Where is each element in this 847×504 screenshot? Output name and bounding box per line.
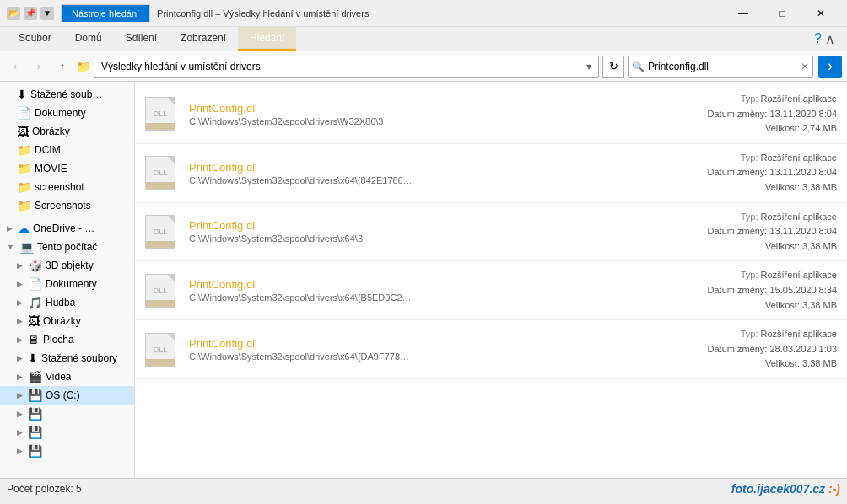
sidebar-label: Videa <box>46 371 71 383</box>
maximize-button[interactable]: □ <box>763 0 801 27</box>
ribbon: Soubor Domů Sdílení Zobrazení Hledání ? … <box>0 27 847 51</box>
file-path: C:\Windows\System32\spool\drivers\x64\{B… <box>189 292 698 303</box>
sidebar-label: DCIM <box>35 144 61 156</box>
sidebar-label: Dokumenty <box>35 107 86 119</box>
file-item[interactable]: DLL PrintConfig.dll C:\Windows\System32\… <box>135 320 847 379</box>
window-title: Printconfig.dll – Výsledky hledání v umí… <box>150 8 724 19</box>
doc-icon: 📄 <box>17 106 31 120</box>
file-list: DLL PrintConfig.dll C:\Windows\System32\… <box>135 82 847 478</box>
sidebar-item-hudba[interactable]: ▶ 🎵 Hudba <box>0 293 134 312</box>
tab-hledani[interactable]: Hledání <box>238 27 296 51</box>
file-type: Typ: Rozšíření aplikace <box>708 151 837 166</box>
tab-soubor[interactable]: Soubor <box>7 27 63 51</box>
download-icon: ⬇ <box>17 88 27 101</box>
file-name: PrintConfig.dll <box>189 102 698 115</box>
file-size: Velikost: 3,38 MB <box>708 180 837 196</box>
sidebar-item-drive1[interactable]: ▶ 💾 <box>0 405 134 423</box>
sidebar-item-dcim[interactable]: 📁 DCIM <box>0 141 134 159</box>
expand-icon: ▶ <box>17 298 23 307</box>
item-count: Počet položek: 5 <box>7 483 82 495</box>
sidebar-item-onedrive[interactable]: ▶ ☁ OneDrive - … <box>0 219 134 238</box>
quick-access-icon[interactable]: 📂 <box>7 7 20 20</box>
drive-icon: 💾 <box>28 407 42 421</box>
video-icon: 🎬 <box>28 370 42 383</box>
sidebar-item-videa[interactable]: ▶ 🎬 Videa <box>0 367 134 386</box>
file-item[interactable]: DLL PrintConfig.dll C:\Windows\System32\… <box>135 144 847 203</box>
tab-domu[interactable]: Domů <box>63 27 114 51</box>
file-size: Velikost: 3,38 MB <box>708 239 837 255</box>
close-button[interactable]: ✕ <box>801 0 840 27</box>
back-button[interactable]: ‹ <box>5 56 25 77</box>
search-tools-tab[interactable]: Nástroje hledání <box>61 4 150 22</box>
search-go-button[interactable]: › <box>818 56 842 78</box>
refresh-button[interactable]: ↻ <box>602 56 624 78</box>
arrow-icon[interactable]: ▼ <box>40 7 54 20</box>
title-bar: 📂 📌 ▼ Nástroje hledání Printconfig.dll –… <box>0 0 847 27</box>
tab-zobrazeni[interactable]: Zobrazení <box>169 27 238 51</box>
cube-icon: 🎲 <box>28 259 42 272</box>
sidebar-label: OneDrive - … <box>33 223 94 234</box>
address-path-box[interactable]: Výsledky hledání v umístění drivers ▾ <box>94 56 599 78</box>
sidebar-item-3d-objekty[interactable]: ▶ 🎲 3D objekty <box>0 256 134 275</box>
file-name: PrintConfig.dll <box>189 278 698 291</box>
file-icon-img: DLL <box>145 156 175 190</box>
file-icon: DLL <box>145 215 179 249</box>
file-name: PrintConfig.dll <box>189 161 698 174</box>
sidebar-item-stazene-soubory[interactable]: ⬇ Stažené soub… <box>0 85 134 104</box>
file-date: Datum změny: 13.11.2020 8:04 <box>708 165 837 180</box>
sidebar-item-plocha[interactable]: ▶ 🖥 Plocha <box>0 330 134 349</box>
music-icon: 🎵 <box>28 296 42 309</box>
expand-ribbon-icon[interactable]: ∧ <box>825 31 835 47</box>
address-dropdown-icon[interactable]: ▾ <box>586 61 591 72</box>
desktop-icon: 🖥 <box>28 333 40 346</box>
sidebar-item-dokumenty[interactable]: 📄 Dokumenty <box>0 104 134 122</box>
file-icon-img: DLL <box>145 215 175 249</box>
path-icon: 📁 <box>76 60 90 73</box>
watermark: foto.ijacek007.cz :-) <box>731 482 840 496</box>
minimize-button[interactable]: — <box>724 0 763 27</box>
sidebar-item-tento-pocitac[interactable]: ▼ 💻 Tento počítač <box>0 238 134 256</box>
file-item[interactable]: DLL PrintConfig.dll C:\Windows\System32\… <box>135 261 847 320</box>
expand-icon: ▶ <box>17 391 23 399</box>
sidebar-label: Plocha <box>43 334 74 346</box>
drive-icon: 💾 <box>28 389 42 402</box>
expand-icon: ▶ <box>17 428 23 437</box>
expand-icon: ▼ <box>7 243 14 251</box>
sidebar-item-obrazky[interactable]: 🖼 Obrázky <box>0 122 134 141</box>
file-item[interactable]: DLL PrintConfig.dll C:\Windows\System32\… <box>135 85 847 144</box>
expand-icon: ▶ <box>17 354 23 362</box>
up-button[interactable]: ↑ <box>52 56 73 77</box>
file-meta: Typ: Rozšíření aplikace Datum změny: 13.… <box>708 92 837 137</box>
file-icon: DLL <box>145 156 179 190</box>
tab-sdileni[interactable]: Sdílení <box>114 27 169 51</box>
sidebar-item-drive2[interactable]: ▶ 💾 <box>0 423 134 442</box>
file-item[interactable]: DLL PrintConfig.dll C:\Windows\System32\… <box>135 203 847 262</box>
file-date: Datum změny: 13.11.2020 8:04 <box>708 224 837 239</box>
sidebar-item-screenshot[interactable]: 📁 screenshot <box>0 178 134 196</box>
folder-icon: 📁 <box>17 180 31 194</box>
sidebar-item-obrazky2[interactable]: ▶ 🖼 Obrázky <box>0 312 134 330</box>
file-type: Typ: Rozšíření aplikace <box>708 210 837 225</box>
download-icon: ⬇ <box>28 351 38 365</box>
drive-icon: 💾 <box>28 444 42 458</box>
file-meta: Typ: Rozšíření aplikace Datum změny: 13.… <box>708 210 837 255</box>
search-input[interactable] <box>648 61 801 72</box>
file-path: C:\Windows\System32\spool\drivers\W32X86… <box>189 116 698 126</box>
sidebar-item-os-c[interactable]: ▶ 💾 OS (C:) <box>0 386 134 405</box>
sidebar-item-dokumenty2[interactable]: ▶ 📄 Dokumenty <box>0 275 134 293</box>
sidebar-divider <box>0 217 134 217</box>
file-size: Velikost: 3,38 MB <box>708 298 837 314</box>
file-meta: Typ: Rozšíření aplikace Datum změny: 28.… <box>708 327 837 372</box>
sidebar-item-stazene-soubory2[interactable]: ▶ ⬇ Stažené soubory <box>0 349 134 367</box>
folder-icon: 📁 <box>17 143 31 157</box>
search-clear-icon[interactable]: ✕ <box>801 61 809 72</box>
sidebar-item-screenshots[interactable]: 📁 Screenshots <box>0 196 134 215</box>
sidebar-label: Stažené soubory <box>41 352 117 364</box>
forward-button[interactable]: › <box>29 56 49 77</box>
sidebar-item-movie[interactable]: 📁 MOVIE <box>0 159 134 178</box>
file-type: Typ: Rozšíření aplikace <box>708 92 837 107</box>
pin-icon[interactable]: 📌 <box>24 7 37 20</box>
expand-icon: ▶ <box>17 317 23 325</box>
sidebar-item-drive3[interactable]: ▶ 💾 <box>0 442 134 460</box>
file-info: PrintConfig.dll C:\Windows\System32\spoo… <box>189 278 698 303</box>
